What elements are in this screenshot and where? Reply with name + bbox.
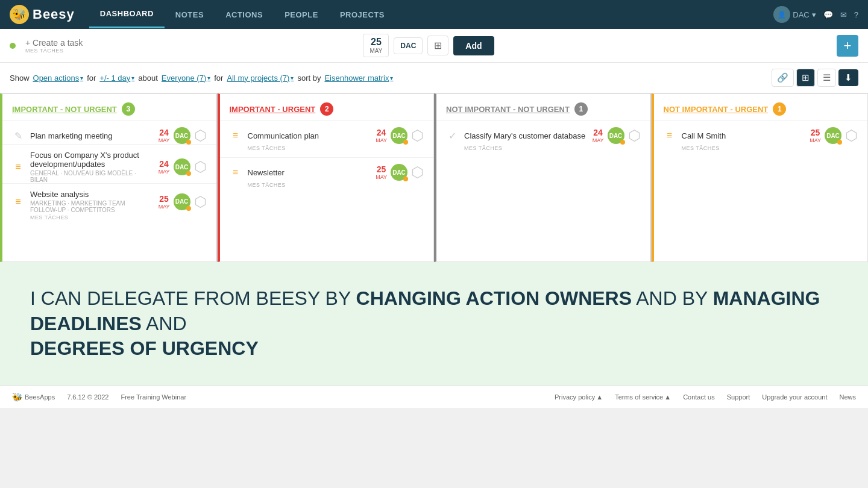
user-label: DAC [793,10,809,19]
q3-badge: 1 [574,102,588,116]
promo-bold-3: DEGREES OF URGENCY [30,337,259,359]
task-priority-icon: ✎ [12,130,24,142]
q3-title[interactable]: NOT IMPORTANT - NOT URGENT [446,105,570,114]
task-name[interactable]: Plan marketing meeting [30,131,153,140]
task-date: 24 MAY [376,128,387,143]
q1-title[interactable]: IMPORTANT - NOT URGENT [12,105,117,114]
nav-help[interactable]: ? [854,10,858,19]
for2-label: for [214,74,223,83]
q4-badge: 1 [773,102,786,116]
eisenhower-filter[interactable]: Eisenhower matrix ▾ [324,74,393,83]
task-name[interactable]: Newsletter [248,168,370,177]
task-avatar: DAC [174,193,190,210]
q2-title[interactable]: IMPORTANT - URGENT [230,105,316,114]
footer-contact-link[interactable]: Contact us [683,393,715,401]
footer-terms-link[interactable]: Terms of service ▲ [615,393,671,401]
table-row: ≡ Call M Smith 25 MAY DAC ⬡ [654,121,868,157]
task-priority-icon: ≡ [664,130,676,141]
link-view-button[interactable]: 🔗 [772,69,794,87]
open-actions-filter[interactable]: Open actions ▾ [33,74,84,83]
hex-icon: ⬡ [628,128,641,143]
logo[interactable]: 🐝 Beesy [10,5,75,24]
all-projects-filter[interactable]: All my projects (7) ▾ [227,74,294,83]
table-row: ≡ Website analysis MARKETING · MARKETING… [2,183,216,227]
mes-taches-tag: MES TÂCHES [654,144,868,157]
chevron-down-icon: ▾ [812,10,816,19]
hex-icon: ⬡ [194,160,207,174]
footer-training-link[interactable]: Free Training Webinar [121,393,186,401]
date-badge[interactable]: 25 MAY [363,34,389,57]
mes-taches-tag: MES TÂCHES [220,144,434,157]
task-date-month: MAY [593,137,604,143]
promo-normal-1: I CAN DELEGATE FROM BEESY BY [30,287,356,309]
q4-title[interactable]: NOT IMPORTANT - URGENT [664,105,769,114]
q2-badge: 2 [320,102,333,116]
toolbar: MES TÂCHES 25 MAY DAC ⊞ Add + [0,29,868,63]
nav-dashboard[interactable]: DASHBOARD [89,1,165,28]
filter-bar: Show Open actions ▾ for +/- 1 day ▾ abou… [0,63,868,93]
footer-version: 7.6.12 © 2022 [67,393,108,401]
task-sub: MARKETING · MARKETING TEAM FOLLOW-UP · C… [30,200,153,213]
grid-view-button[interactable]: ⊞ [796,69,815,87]
download-button[interactable]: ⬇ [838,69,858,86]
grid-view-button[interactable]: ⊞ [427,36,448,55]
task-row-newsletter: ≡ Newsletter 25 MAY DAC ⬡ [220,158,434,181]
list-view-button[interactable]: ☰ [817,69,836,87]
task-info: Plan marketing meeting [30,131,153,140]
footer-support-link[interactable]: Support [727,393,750,401]
task-input-wrapper: MES TÂCHES [25,38,358,54]
plusminus-day-filter[interactable]: +/- 1 day ▾ [99,74,134,83]
q3-header: NOT IMPORTANT - NOT URGENT 1 [436,94,650,121]
add-button[interactable]: Add [453,36,494,55]
top-navigation: 🐝 Beesy DASHBOARD NOTES ACTIONS PEOPLE P… [0,0,868,29]
nav-actions[interactable]: ACTIONS [215,2,274,28]
task-name[interactable]: Focus on Company X's product development… [30,151,153,169]
task-priority-icon: ≡ [12,161,24,172]
task-meta: 25 MAY DAC ⬡ [376,164,424,181]
chevron-down-icon: ▾ [131,75,134,81]
footer-upgrade-link[interactable]: Upgrade your account [762,393,827,401]
chevron-down-icon: ▾ [390,75,393,81]
chevron-down-icon: ▾ [80,75,83,81]
task-date-month: MAY [159,169,170,175]
task-name[interactable]: Call M Smith [682,131,804,140]
hex-icon: ⬡ [194,128,207,143]
plus-button[interactable]: + [837,35,858,57]
for-label: for [87,74,96,83]
promo-text: I CAN DELEGATE FROM BEESY BY CHANGING AC… [30,286,838,361]
promo-section: I CAN DELEGATE FROM BEESY BY CHANGING AC… [0,262,868,386]
nav-mail[interactable]: ✉ [840,10,847,19]
nav-chat[interactable]: 💬 [823,10,833,19]
task-meta: 25 MAY DAC ⬡ [159,193,207,210]
task-name[interactable]: Classify Mary's customer database [464,131,587,140]
q1-badge: 3 [122,102,135,116]
task-name[interactable]: Communication plan [248,131,370,140]
task-avatar: DAC [391,127,407,144]
nav-notes[interactable]: NOTES [165,2,215,28]
hex-icon: ⬡ [194,195,207,209]
task-name[interactable]: Website analysis [30,190,153,199]
footer-privacy-link[interactable]: Privacy policy ▲ [555,393,603,401]
nav-user[interactable]: 👤 DAC ▾ [773,6,816,23]
task-sub: GENERAL · NOUVEAU BIG MODÈLE · BILAN [30,170,153,183]
nav-projects[interactable]: PROJECTS [329,2,395,28]
quadrant-important-urgent: IMPORTANT - URGENT 2 ≡ Communication pla… [218,93,435,262]
task-info: Newsletter [248,168,370,177]
footer-logo: 🐝 BeesApps [12,392,55,402]
sort-by-label: sort by [297,74,321,83]
nav-people[interactable]: PEOPLE [274,2,329,28]
task-date-month: MAY [376,174,387,180]
create-task-input[interactable] [25,38,358,48]
everyone-filter[interactable]: Everyone (7) ▾ [162,74,210,83]
footer-news-link[interactable]: News [839,393,856,401]
task-date-day: 25 [377,164,386,174]
user-badge[interactable]: DAC [394,37,423,54]
table-row: ✓ Classify Mary's customer database 24 M… [436,121,650,157]
matrix-row-1: IMPORTANT - NOT URGENT 3 ✎ Plan marketin… [0,93,434,262]
date-day: 25 [371,37,382,48]
task-info: Communication plan [248,131,370,140]
task-avatar: DAC [608,127,624,144]
quadrant-not-important-not-urgent: NOT IMPORTANT - NOT URGENT 1 ✓ Classify … [434,93,652,262]
table-row: ≡ Newsletter 25 MAY DAC ⬡ [220,157,434,194]
task-priority-icon: ≡ [12,196,24,207]
